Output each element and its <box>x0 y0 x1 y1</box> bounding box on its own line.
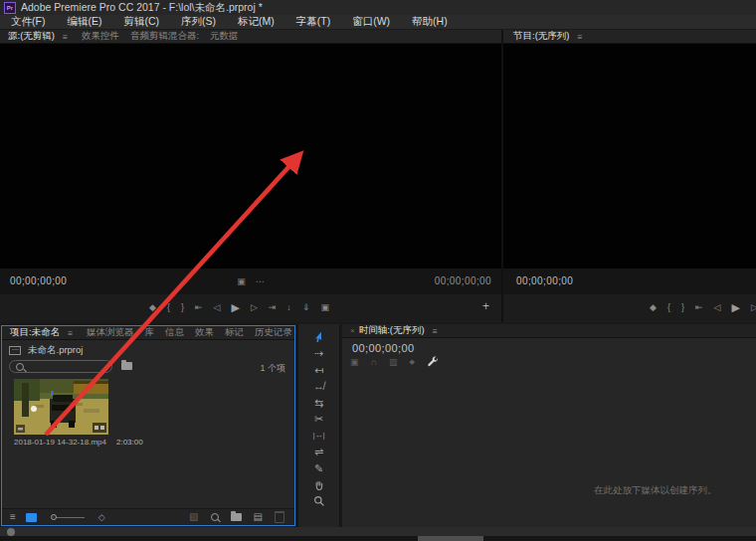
go-to-out-button[interactable]: ⇥ <box>269 303 277 312</box>
hand-tool[interactable] <box>313 479 325 491</box>
tab-libraries[interactable]: 库 <box>145 326 166 339</box>
new-bin-button[interactable] <box>231 513 242 521</box>
tab-source-monitor[interactable]: 源:(无剪辑) <box>8 30 59 43</box>
playback-settings-icon[interactable]: ⋯ <box>256 276 265 286</box>
rolling-edit-tool[interactable]: ↮ <box>313 381 324 393</box>
tab-audio-clip-mixer[interactable]: 音频剪辑混合器: <box>130 30 210 43</box>
menu-edit[interactable]: 编辑(E) <box>56 15 112 29</box>
step-back-button[interactable]: ◁ <box>714 303 721 312</box>
razor-tool[interactable]: ✂ <box>314 414 323 426</box>
step-back-button[interactable]: ◁ <box>214 303 221 312</box>
find-button[interactable] <box>211 513 219 521</box>
automate-to-sequence-button[interactable]: ▧ <box>189 512 198 522</box>
timeline-current-timecode[interactable]: 00;00;00;00 <box>352 342 415 354</box>
go-to-in-button[interactable]: ⇤ <box>195 303 203 312</box>
menu-help[interactable]: 帮助(H) <box>401 15 459 29</box>
close-icon[interactable]: × <box>350 326 359 335</box>
timeline-settings-wrench-icon[interactable] <box>427 356 439 368</box>
program-transport: ◆ { } ⇤ ◁ ▶ ▷ <box>503 294 756 322</box>
add-marker-button[interactable]: ◆ <box>149 303 156 312</box>
timeline-panel: × 时间轴:(无序列) ≡ 00;00;00;00 ▣ ∩ ▥ ◆ 在此处放下媒… <box>342 324 756 527</box>
rate-stretch-tool[interactable]: ⇆ <box>314 397 323 409</box>
selection-tool[interactable] <box>313 331 324 343</box>
tab-markers[interactable]: 标记 <box>225 326 255 339</box>
pen-tool[interactable]: ✎ <box>314 462 323 474</box>
fit-select-icon[interactable]: ▣ <box>237 276 246 286</box>
project-file-row[interactable]: 未命名.prproj <box>9 344 83 357</box>
status-bar <box>0 527 756 536</box>
menu-bar: 文件(F) 编辑(E) 剪辑(C) 序列(S) 标记(M) 字幕(T) 窗口(W… <box>0 15 756 30</box>
step-forward-button[interactable]: ▷ <box>251 303 258 312</box>
go-to-in-button[interactable]: ⇤ <box>695 303 703 312</box>
selection-cursor-icon <box>313 331 324 344</box>
source-viewer-controls: ▣ ⋯ <box>0 276 501 286</box>
mark-out-button[interactable]: } <box>181 303 184 312</box>
sync-status-icon[interactable] <box>7 528 15 536</box>
new-item-button[interactable]: ▤ <box>254 512 263 522</box>
panel-menu-icon[interactable]: ≡ <box>59 32 82 42</box>
clip-thumbnail[interactable] <box>14 379 108 435</box>
tab-metadata[interactable]: 元数据 <box>210 30 250 43</box>
zoom-tool[interactable] <box>313 495 325 507</box>
snap-icon[interactable]: ∩ <box>371 357 377 367</box>
add-marker-icon[interactable]: ◆ <box>410 358 415 366</box>
panel-menu-icon[interactable]: ≡ <box>573 32 596 42</box>
step-forward-button[interactable]: ▷ <box>751 303 756 312</box>
menu-title[interactable]: 字幕(T) <box>285 15 341 29</box>
source-monitor-panel: 源:(无剪辑) ≡ 效果控件 音频剪辑混合器: 元数据 00;00;00;00 … <box>0 30 501 322</box>
app-icon: Pr <box>4 2 16 14</box>
source-transport: ◆ { } ⇤ ◁ ▶ ▷ ⇥ ↓ ⇓ ▣ + <box>0 294 501 322</box>
panel-menu-icon[interactable]: ≡ <box>429 326 452 336</box>
bin-filter-icon[interactable] <box>121 362 132 370</box>
tab-history[interactable]: 历史记录 <box>255 326 294 339</box>
button-editor-plus[interactable]: + <box>482 300 489 312</box>
slip-tool[interactable]: |↔| <box>312 430 324 442</box>
slide-tool[interactable]: ⇌ <box>314 447 323 458</box>
insert-button[interactable]: ↓ <box>286 303 291 312</box>
ripple-edit-tool[interactable]: ↤ <box>314 364 323 376</box>
tab-timeline[interactable]: 时间轴:(无序列) <box>359 324 429 337</box>
menu-sequence[interactable]: 序列(S) <box>170 15 227 29</box>
tools-panel: ⇢ ↤ ↮ ⇆ ✂ |↔| ⇌ ✎ <box>297 324 340 527</box>
add-marker-button[interactable]: ◆ <box>650 303 657 312</box>
tab-media-browser[interactable]: 媒体浏览器 <box>87 326 145 339</box>
icon-view-button[interactable] <box>26 513 37 522</box>
overwrite-button[interactable]: ⇓ <box>302 303 310 312</box>
tab-info[interactable]: 信息 <box>165 326 195 339</box>
clear-button[interactable] <box>275 511 284 523</box>
list-view-button[interactable]: ≡ <box>10 512 16 522</box>
bottom-strip <box>0 536 756 541</box>
mark-out-button[interactable]: } <box>681 303 684 312</box>
nest-toggle-icon[interactable]: ▣ <box>350 357 359 367</box>
menu-clip[interactable]: 剪辑(C) <box>112 15 170 29</box>
clip-card[interactable]: 2018-01-19 14-32-18.mp4 <box>14 379 110 447</box>
play-button[interactable]: ▶ <box>731 302 739 313</box>
linked-selection-icon[interactable]: ▥ <box>389 357 398 367</box>
slider-knob[interactable] <box>51 514 57 520</box>
export-frame-button[interactable]: ▣ <box>320 303 329 312</box>
mark-in-button[interactable]: { <box>167 303 170 312</box>
timeline-drop-area[interactable]: 在此处放下媒体以创建序列。 <box>342 370 756 527</box>
mark-in-button[interactable]: { <box>667 303 670 312</box>
clip-filename[interactable]: 2018-01-19 14-32-18.mp4 <box>14 438 106 447</box>
track-select-forward-tool[interactable]: ⇢ <box>314 348 323 360</box>
tab-project[interactable]: 项目:未命名 <box>10 326 64 339</box>
panel-menu-icon[interactable]: ≡ <box>64 328 87 338</box>
project-panel: 项目:未命名 ≡ 媒体浏览器 库 信息 效果 标记 历史记录 » 未命名.prp… <box>1 325 295 526</box>
program-current-timecode[interactable]: 00;00;00;00 <box>516 275 573 286</box>
project-bottom-toolbar: ≡ ◇ ▧ ▤ <box>2 508 294 525</box>
tab-effect-controls[interactable]: 效果控件 <box>82 30 130 43</box>
search-box[interactable] <box>9 360 112 373</box>
thumbnail-zoom-slider[interactable] <box>53 517 85 518</box>
timeline-panel-tabs: × 时间轴:(无序列) ≡ <box>342 324 756 338</box>
zoom-adjust-icon[interactable]: ◇ <box>98 513 105 522</box>
play-button[interactable]: ▶ <box>231 302 239 313</box>
search-input[interactable] <box>24 362 107 372</box>
tab-program-monitor[interactable]: 节目:(无序列) <box>513 30 573 43</box>
search-icon <box>16 363 24 371</box>
menu-window[interactable]: 窗口(W) <box>341 15 401 29</box>
project-panel-tabs: 项目:未命名 ≡ 媒体浏览器 库 信息 效果 标记 历史记录 » <box>2 326 294 340</box>
menu-marker[interactable]: 标记(M) <box>227 15 285 29</box>
menu-file[interactable]: 文件(F) <box>0 15 56 29</box>
tab-effects[interactable]: 效果 <box>195 326 225 339</box>
